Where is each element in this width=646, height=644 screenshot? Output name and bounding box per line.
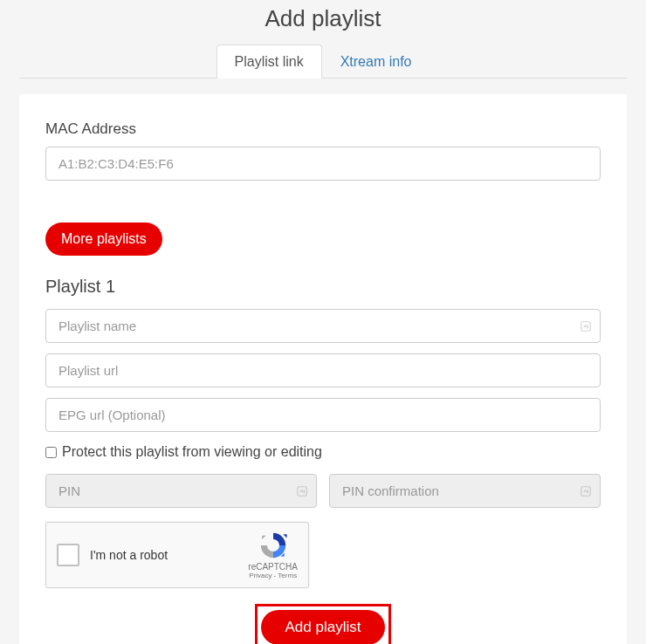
recaptcha-label: I'm not a robot [90, 548, 168, 562]
pin-input[interactable] [45, 474, 317, 508]
add-playlist-button[interactable]: Add playlist [261, 610, 386, 644]
tabs: Playlist link Xtream info [19, 45, 627, 79]
pin-confirmation-input[interactable] [329, 474, 601, 508]
protect-checkbox[interactable] [45, 447, 57, 458]
recaptcha-brand-text: reCAPTCHA [248, 562, 298, 572]
svg-marker-3 [283, 534, 286, 538]
protect-label: Protect this playlist from viewing or ed… [62, 444, 322, 460]
recaptcha-branding: reCAPTCHA Privacy - Terms [248, 531, 298, 579]
recaptcha-icon [258, 531, 288, 560]
playlist-section-title: Playlist 1 [45, 277, 601, 297]
recaptcha-links: Privacy - Terms [249, 572, 297, 579]
recaptcha-widget[interactable]: I'm not a robot reCAPTCHA Privacy - Term… [45, 522, 309, 588]
svg-marker-5 [262, 536, 265, 539]
playlist-name-input[interactable] [45, 309, 601, 343]
mac-address-label: MAC Address [45, 120, 601, 138]
tab-xtream-info[interactable]: Xtream info [322, 45, 430, 79]
form-panel: MAC Address More playlists Playlist 1 Pr… [19, 94, 627, 644]
mac-address-input[interactable] [45, 147, 601, 181]
more-playlists-button[interactable]: More playlists [45, 223, 162, 256]
page-title: Add playlist [0, 0, 646, 45]
tab-playlist-link[interactable]: Playlist link [216, 45, 322, 79]
recaptcha-checkbox[interactable] [57, 544, 79, 566]
submit-highlight: Add playlist [255, 604, 392, 644]
epg-url-input[interactable] [45, 398, 601, 432]
playlist-url-input[interactable] [45, 353, 601, 387]
